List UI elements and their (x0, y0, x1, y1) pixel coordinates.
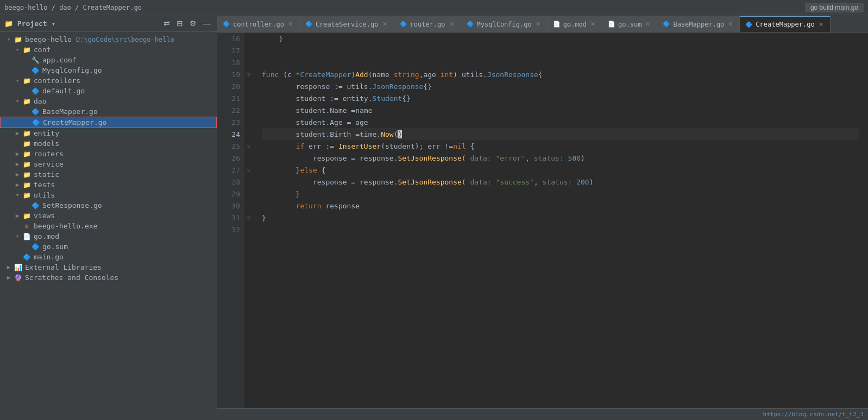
tree-item-app-conf[interactable]: 🔧 app.conf (0, 55, 217, 65)
fold-31[interactable]: ▽ (244, 212, 253, 224)
run-build-button[interactable]: go build main.go (805, 3, 864, 12)
file-go-icon: 🔷 (30, 108, 40, 116)
tree-item-entity[interactable]: ▶ 📁 entity (0, 128, 217, 138)
tab-close-button[interactable]: ✕ (287, 21, 294, 27)
expand-arrow: ▾ (13, 233, 22, 240)
tree-label: routers (34, 150, 64, 158)
tab-createservice-go[interactable]: 🔷 CreateService.go ✕ (300, 16, 394, 32)
tree-item-gosum[interactable]: 🔷 go.sum (0, 241, 217, 252)
code-token: {} (423, 82, 432, 91)
tab-go-sum[interactable]: 📄 go.sum ✕ (602, 16, 657, 32)
tree-item-static[interactable]: ▶ 📁 static (0, 169, 217, 180)
code-token: , (534, 178, 543, 186)
line-num-29: 29 (222, 188, 240, 200)
tree-item-createmapper[interactable]: 🔷 CreateMapper.go (0, 117, 217, 128)
tree-item-routers[interactable]: ▶ 📁 routers (0, 149, 217, 159)
tab-label: CreateService.go (316, 21, 379, 28)
file-mod-icon: 📄 (22, 233, 32, 240)
tab-close-button[interactable]: ✕ (448, 21, 455, 27)
tab-close-button[interactable]: ✕ (817, 22, 825, 28)
code-line-32 (262, 224, 859, 236)
code-token: } (262, 214, 266, 222)
line-num-21: 21 (222, 92, 240, 104)
top-bar-right: go build main.go (805, 3, 864, 12)
folder-icon: 📁 (22, 212, 32, 220)
tree-item-mysqlconfig[interactable]: 🔷 MysqlConfig.go (0, 65, 217, 75)
fold-18 (244, 56, 253, 68)
tab-close-button[interactable]: ✕ (589, 21, 596, 27)
tree-item-beego-hello[interactable]: ▾ 📁 beego-hello D:\goCode\src\beego-hell… (0, 34, 217, 44)
code-token: ) (581, 154, 585, 162)
sync-icon-button[interactable]: ⇄ (162, 18, 172, 28)
breadcrumb: beego-hello / dao / CreateMapper.go (4, 4, 142, 11)
tree-item-maingo[interactable]: 🔷 main.go (0, 252, 217, 262)
tab-controller-go[interactable]: 🔷 controller.go ✕ (217, 16, 300, 32)
tree-item-scratches[interactable]: ▶ 🔮 Scratches and Consoles (0, 272, 217, 283)
tree-item-dao[interactable]: ▾ 📁 dao (0, 96, 217, 106)
tree-item-default-go[interactable]: 🔷 default.go (0, 86, 217, 96)
code-token: "success" (495, 178, 533, 186)
fold-19[interactable]: ▽ (244, 68, 253, 80)
tree-item-external-libraries[interactable]: ▶ 📊 External Libraries (0, 262, 217, 272)
fold-25[interactable]: ▽ (244, 140, 253, 152)
sidebar: 📁 Project ▾ ⇄ ⊟ ⚙ — ▾ 📁 beego-hello D:\g… (0, 15, 217, 420)
tree-item-basemapper[interactable]: 🔷 BaseMapper.go (0, 106, 217, 117)
tree-item-models[interactable]: 📁 models (0, 138, 217, 149)
sidebar-icons: ⇄ ⊟ ⚙ — (162, 18, 212, 28)
tree-item-utils[interactable]: ▾ 📁 utils (0, 190, 217, 200)
fold-16 (244, 33, 253, 44)
fold-27[interactable]: ▽ (244, 164, 253, 176)
tab-createmapper-go[interactable]: 🔷 CreateMapper.go ✕ (740, 16, 830, 32)
code-line-16: } (262, 33, 859, 44)
tree-label: static (34, 170, 59, 179)
gear-button[interactable]: ⚙ (188, 18, 198, 28)
collapse-all-button[interactable]: ⊟ (175, 18, 185, 28)
tree-label: go.mod (34, 232, 59, 240)
minimize-sidebar-button[interactable]: — (202, 18, 212, 28)
tree-item-gomod[interactable]: ▾ 📄 go.mod (0, 231, 217, 241)
status-bar-right: https://blog.csdn.net/t_t2_3 (763, 411, 864, 418)
tab-close-button[interactable]: ✕ (534, 21, 542, 27)
tab-go-mod[interactable]: 📄 go.mod ✕ (548, 16, 602, 32)
tree-item-service[interactable]: ▶ 📁 service (0, 159, 217, 169)
code-line-30: return response (262, 200, 859, 212)
tab-close-button[interactable]: ✕ (727, 21, 734, 27)
code-area[interactable]: 16 17 18 19 20 21 22 23 24 25 26 27 28 2… (217, 33, 868, 408)
code-line-31: } (262, 212, 859, 224)
fold-30 (244, 200, 253, 212)
file-go-icon: 🔷 (30, 202, 40, 209)
code-token (262, 202, 296, 210)
code-line-26: response = response. SetJsonResponse ( d… (262, 152, 859, 164)
tree-label: Scratches and Consoles (25, 273, 118, 282)
expand-arrow: ▶ (13, 130, 22, 137)
tab-mysqlconfig-go[interactable]: 🔷 MysqlConfig.go ✕ (461, 16, 548, 32)
tab-label: CreateMapper.go (756, 21, 814, 28)
tree-item-controllers[interactable]: ▾ 📁 controllers (0, 75, 217, 86)
folder-icon: 📁 (22, 98, 32, 105)
tab-label: controller.go (233, 21, 284, 28)
expand-arrow: ▶ (4, 274, 13, 281)
tab-basemapper-go[interactable]: 🔷 BaseMapper.go ✕ (657, 16, 740, 32)
code-content[interactable]: } func (c * CreateMapper ) Add (name str… (253, 33, 868, 408)
folder-icon: 📁 (22, 192, 32, 199)
code-token: return (296, 202, 322, 210)
code-token: status: (534, 154, 568, 162)
file-go-icon: 🔷 (31, 119, 41, 126)
tree-item-views[interactable]: ▶ 📁 views (0, 211, 217, 221)
tree-label: controllers (34, 77, 80, 85)
tab-router-go[interactable]: 🔷 router.go ✕ (394, 16, 461, 32)
scratches-icon: 🔮 (13, 274, 23, 282)
tree-label: BaseMapper.go (42, 107, 98, 116)
line-num-20: 20 (222, 80, 240, 92)
tree-item-conf[interactable]: ▾ 📁 conf (0, 44, 217, 55)
tab-close-button[interactable]: ✕ (644, 21, 651, 27)
tree-item-exe[interactable]: ⚙ beego-hello.exe (0, 221, 217, 231)
tree-item-tests[interactable]: ▶ 📁 tests (0, 180, 217, 190)
tab-close-button[interactable]: ✕ (381, 21, 388, 27)
code-token: response = response. (262, 154, 398, 162)
code-token: Add (355, 71, 368, 79)
tab-label: BaseMapper.go (673, 21, 724, 28)
tree-item-setresponse[interactable]: 🔷 SetResponse.go (0, 200, 217, 211)
tree-label: utils (34, 191, 55, 199)
code-token: "error" (495, 154, 525, 162)
